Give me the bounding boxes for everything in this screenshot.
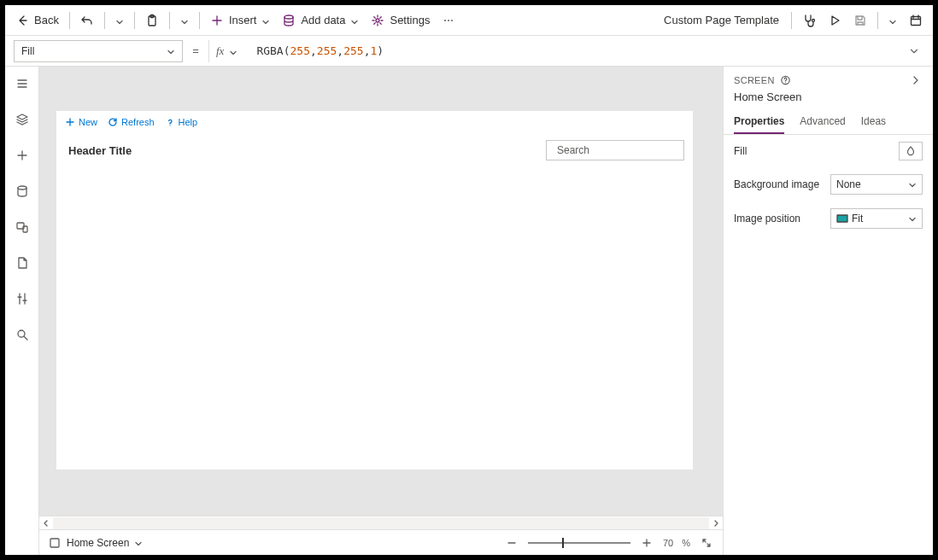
- svg-point-5: [448, 20, 449, 21]
- left-rail: [5, 67, 39, 555]
- canvas-refresh-button[interactable]: Refresh: [108, 117, 155, 127]
- canvas-help-button[interactable]: Help: [165, 117, 198, 127]
- canvas-toolbar: New Refresh Help: [56, 111, 693, 133]
- zoom-unit: %: [682, 538, 690, 548]
- canvas-search-box[interactable]: Search: [546, 140, 684, 160]
- tab-advanced[interactable]: Advanced: [800, 110, 845, 134]
- command-bar: Back: [5, 5, 933, 36]
- chevron-down-icon: [229, 47, 237, 55]
- save-menu[interactable]: [883, 9, 902, 32]
- back-label: Back: [34, 14, 59, 26]
- insert-label: Insert: [229, 14, 257, 26]
- search-icon: [15, 328, 29, 341]
- header-title-label[interactable]: Header Title: [68, 144, 132, 157]
- expand-formula-button[interactable]: [904, 41, 924, 61]
- refresh-icon: [108, 117, 118, 127]
- canvas-header-row: Header Title Search: [56, 133, 693, 160]
- property-selector[interactable]: Fill: [14, 40, 183, 62]
- fx-button[interactable]: fx: [208, 40, 244, 62]
- database-icon: [282, 14, 296, 27]
- slider-thumb[interactable]: [562, 538, 564, 548]
- undo-menu[interactable]: [110, 9, 129, 32]
- insert-pane-button[interactable]: [9, 109, 36, 130]
- object-type-label: SCREEN: [734, 75, 775, 85]
- zoom-value: 70: [663, 538, 673, 548]
- add-button[interactable]: [9, 145, 36, 166]
- svg-point-9: [18, 186, 26, 190]
- add-data-button[interactable]: Add data: [277, 9, 364, 32]
- info-icon[interactable]: [780, 75, 791, 86]
- fit-to-screen-button[interactable]: [699, 535, 714, 551]
- app-checker-button[interactable]: [797, 9, 821, 32]
- paste-button[interactable]: [140, 9, 164, 32]
- horizontal-scrollbar[interactable]: [39, 516, 723, 529]
- variables-pane-button[interactable]: [9, 253, 36, 273]
- insert-button[interactable]: Insert: [205, 9, 276, 32]
- bg-image-value: None: [836, 178, 861, 190]
- undo-button[interactable]: [75, 9, 99, 32]
- zoom-controls: 70 %: [504, 535, 714, 551]
- canvas-area: New Refresh Help Header Title: [39, 67, 723, 555]
- fill-color-picker[interactable]: [899, 142, 923, 160]
- search-placeholder: Search: [557, 144, 589, 156]
- scroll-left-button[interactable]: [39, 516, 53, 530]
- help-icon: [165, 117, 175, 127]
- status-bar: Home Screen 70 %: [39, 529, 723, 555]
- back-button[interactable]: Back: [10, 9, 64, 32]
- image-position-dropdown[interactable]: Fit: [830, 208, 923, 229]
- save-button[interactable]: [848, 9, 872, 32]
- undo-icon: [80, 14, 94, 27]
- zoom-in-button[interactable]: [639, 535, 654, 551]
- tree-view-button[interactable]: [9, 73, 36, 94]
- image-fit-icon: [836, 213, 848, 225]
- separator: [69, 12, 70, 29]
- equals-sign: =: [190, 44, 202, 57]
- scroll-right-button[interactable]: [709, 516, 723, 530]
- formula-input[interactable]: RGBA(255, 255, 255, 1): [251, 40, 897, 62]
- svg-point-2: [284, 15, 293, 19]
- plus-icon: [15, 149, 29, 162]
- overflow-button[interactable]: [437, 9, 460, 32]
- settings-button[interactable]: Settings: [366, 9, 435, 32]
- stethoscope-icon: [802, 14, 816, 27]
- svg-rect-8: [912, 16, 921, 25]
- search-pane-button[interactable]: [9, 324, 36, 345]
- canvas-new-button[interactable]: New: [65, 117, 97, 127]
- paste-menu[interactable]: [175, 9, 194, 32]
- svg-point-6: [451, 20, 453, 21]
- play-button[interactable]: [823, 9, 847, 32]
- scroll-track[interactable]: [53, 517, 709, 529]
- media-pane-button[interactable]: [9, 217, 36, 237]
- canvas-help-label: Help: [179, 117, 198, 127]
- svg-point-4: [444, 20, 446, 21]
- publish-button[interactable]: [904, 9, 928, 32]
- screen-canvas[interactable]: New Refresh Help Header Title: [56, 111, 693, 470]
- canvas-refresh-label: Refresh: [121, 117, 155, 127]
- tab-properties[interactable]: Properties: [734, 110, 784, 134]
- gear-icon: [371, 14, 384, 27]
- chevron-down-icon: [167, 47, 175, 55]
- separator: [877, 12, 878, 29]
- screen-selector[interactable]: Home Screen: [48, 536, 143, 550]
- zoom-slider[interactable]: [528, 535, 630, 551]
- prop-row-image-position: Image position Fit: [724, 201, 933, 236]
- document-icon: [15, 256, 29, 270]
- prop-label-fill: Fill: [734, 145, 747, 157]
- tab-ideas[interactable]: Ideas: [861, 110, 886, 134]
- bg-image-dropdown[interactable]: None: [830, 174, 923, 195]
- chevron-down-icon: [261, 16, 270, 25]
- zoom-out-button[interactable]: [504, 535, 519, 551]
- properties-pane: SCREEN Home Screen Properties Advanced I…: [723, 67, 933, 555]
- separator: [104, 12, 105, 29]
- image-position-value: Fit: [852, 213, 863, 225]
- plus-icon: [65, 117, 75, 127]
- save-icon: [853, 14, 867, 27]
- sliders-icon: [15, 292, 29, 306]
- expand-pane-button[interactable]: [909, 73, 923, 87]
- tools-pane-button[interactable]: [9, 289, 36, 309]
- svg-point-17: [785, 82, 786, 83]
- data-pane-button[interactable]: [9, 181, 36, 201]
- canvas-viewport[interactable]: New Refresh Help Header Title: [39, 67, 723, 516]
- chevron-down-icon: [134, 539, 143, 547]
- more-icon: [442, 14, 455, 27]
